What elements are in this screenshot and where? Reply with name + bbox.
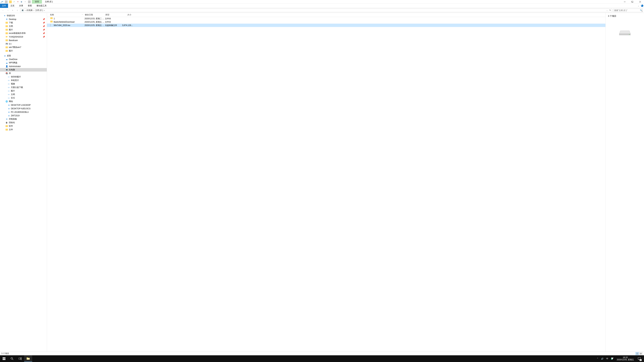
tree-label: DESKTOP-LSSOEDP bbox=[11, 104, 47, 106]
tree-qa-item[interactable]: 图片 bbox=[0, 49, 47, 53]
breadcrumb-item[interactable]: 此电脑 bbox=[26, 9, 33, 12]
close-button[interactable] bbox=[636, 0, 644, 4]
minimize-button[interactable] bbox=[621, 0, 628, 4]
volume-icon[interactable]: 🔊 bbox=[600, 355, 605, 362]
help-button[interactable]: ? bbox=[640, 4, 644, 7]
tree-extra-item[interactable]: 🗑 回收站 bbox=[0, 121, 47, 124]
col-type[interactable]: 类型 bbox=[105, 13, 122, 16]
tree-quick-access[interactable]: ★ 快速访问 bbox=[0, 14, 47, 17]
qat-new-folder-icon[interactable] bbox=[9, 0, 12, 3]
column-header[interactable]: 名称 ⌃ 修改日期 类型 大小 bbox=[47, 13, 606, 17]
tree-library-item[interactable]: ▭ 保存的图片 bbox=[0, 75, 47, 79]
drive-preview-icon bbox=[619, 29, 631, 36]
view-switcher bbox=[636, 352, 643, 355]
col-name[interactable]: 名称 ⌃ bbox=[47, 13, 84, 16]
qat-properties-icon[interactable]: ◉ bbox=[20, 0, 23, 3]
recent-dropdown[interactable]: ▾ bbox=[11, 9, 14, 11]
tray-chevron-icon[interactable]: ⌃ bbox=[595, 355, 600, 362]
tree-extra-item[interactable]: ⚙ 控制面板 bbox=[0, 117, 47, 121]
tree-desktop[interactable]: 🖥 桌面 bbox=[0, 54, 47, 57]
search-icon[interactable]: 🔍 bbox=[640, 9, 642, 11]
tree-extra-item[interactable]: 软件 bbox=[0, 124, 47, 128]
tree-qa-item[interactable]: Bandicam bbox=[0, 38, 47, 42]
tree-library-item[interactable]: ▭ 音乐 bbox=[0, 96, 47, 100]
view-icons-button[interactable] bbox=[639, 352, 643, 355]
tree-label: 音乐 bbox=[11, 96, 47, 99]
forward-button[interactable]: → bbox=[6, 9, 10, 11]
ime-indicator[interactable]: 中 bbox=[605, 355, 610, 362]
breadcrumb-sep: › bbox=[44, 9, 45, 11]
tree-qa-item[interactable]: 图片📌 bbox=[0, 28, 47, 31]
qat-dropdown-icon[interactable]: ▾ bbox=[24, 0, 26, 3]
history-dropdown-icon[interactable]: ⌄ bbox=[606, 9, 608, 11]
tree-library-item[interactable]: ▭ 本机照片 bbox=[0, 79, 47, 82]
tree-label: 此电脑 bbox=[9, 68, 47, 71]
tab-share[interactable]: 共享 bbox=[17, 4, 26, 8]
col-date[interactable]: 修改日期 bbox=[84, 13, 105, 16]
tab-view[interactable]: 查看 bbox=[26, 4, 34, 8]
notification-center[interactable]: 3 bbox=[636, 355, 643, 362]
address-bar: ← → ▾ ↑ 💻 › 此电脑 › 文档 (E:) › ⌄ ↻ 🔍 bbox=[0, 8, 644, 13]
navigation-tree[interactable]: ★ 快速访问 🖥 Desktop📌 下载📌 文档📌 图片📌 excel表格制作求… bbox=[0, 13, 47, 352]
file-row[interactable]: 1 2020/12/15, 星期二 1... 文件夹 bbox=[47, 17, 606, 20]
file-list[interactable]: 1 2020/12/15, 星期二 1... 文件夹 BaiduNetdiskD… bbox=[47, 17, 606, 352]
tree-library-item[interactable]: ▭ 文档 bbox=[0, 93, 47, 96]
tree-network-item[interactable]: 🖥 PC-20190530OBLA bbox=[0, 110, 47, 114]
ribbon-right: ⌄ ? bbox=[636, 4, 644, 7]
tree-network[interactable]: 🌐 网络 bbox=[0, 100, 47, 103]
tab-file[interactable]: 文件 bbox=[0, 4, 8, 8]
tree-label: DESKTOP-NJEU3CG bbox=[11, 107, 47, 110]
tree-desktop-item[interactable]: 📚 库 bbox=[0, 71, 47, 75]
search-box[interactable]: 🔍 bbox=[613, 8, 643, 12]
tree-library-item[interactable]: ▭ 视频 bbox=[0, 82, 47, 86]
tree-extra-item[interactable]: 文件 bbox=[0, 128, 47, 131]
col-size[interactable]: 大小 bbox=[122, 13, 132, 16]
breadcrumb-sep: › bbox=[24, 9, 26, 11]
tree-network-item[interactable]: 🖥 DESKTOP-LSSOEDP bbox=[0, 103, 47, 107]
tree-desktop-item[interactable]: 👤 Administrator bbox=[0, 64, 47, 68]
tree-qa-item[interactable]: 📁 YUNQISHI2019📌 bbox=[0, 35, 47, 38]
qat-close-icon[interactable]: ✕ bbox=[16, 0, 19, 3]
breadcrumb-item[interactable]: 文档 (E:) bbox=[35, 9, 44, 12]
tab-home[interactable]: 主页 bbox=[8, 4, 17, 8]
svg-rect-17 bbox=[3, 359, 4, 360]
search-button[interactable] bbox=[8, 355, 16, 362]
tree-network-item[interactable]: 🖥 DESKTOP-NJEU3CG bbox=[0, 107, 47, 110]
up-button[interactable]: ↑ bbox=[16, 9, 19, 11]
refresh-icon[interactable]: ↻ bbox=[609, 9, 612, 11]
tree-qa-item[interactable]: 💾 G:\ bbox=[0, 42, 47, 45]
tree-qa-item[interactable]: excel表格制作求和📌 bbox=[0, 31, 47, 35]
tree-library-item[interactable]: ▭ 天翼云盘下载 bbox=[0, 86, 47, 89]
tree-desktop-item[interactable]: ☁ WPS网盘 bbox=[0, 61, 47, 64]
context-tab-manage[interactable]: 管理 bbox=[32, 0, 42, 3]
task-view-button[interactable] bbox=[16, 355, 24, 362]
svg-rect-21 bbox=[19, 358, 20, 359]
breadcrumb[interactable]: 💻 › 此电脑 › 文档 (E:) › ⌄ ↻ bbox=[20, 8, 612, 12]
view-details-button[interactable] bbox=[636, 352, 639, 355]
ribbon-expand-icon[interactable]: ⌄ bbox=[636, 4, 640, 7]
search-input[interactable] bbox=[614, 9, 640, 11]
tree-desktop-item[interactable]: ☁ OneDrive bbox=[0, 57, 47, 61]
tree-qa-item[interactable]: 下载📌 bbox=[0, 21, 47, 24]
tab-drive-tools[interactable]: 驱动器工具 bbox=[34, 4, 49, 8]
tree-qa-item[interactable]: win7重装win7 bbox=[0, 45, 47, 49]
qat-check-icon[interactable]: ✓ bbox=[13, 0, 16, 3]
tree-label: 保存的图片 bbox=[11, 75, 47, 78]
explorer-taskbar-button[interactable] bbox=[24, 355, 32, 362]
back-button[interactable]: ← bbox=[1, 9, 5, 11]
file-row[interactable]: BaiduNetdiskDownload 2020/12/25, 星期五 1..… bbox=[47, 20, 606, 24]
tree-desktop-item[interactable]: 💻 此电脑 bbox=[0, 68, 47, 71]
show-desktop-button[interactable] bbox=[643, 355, 644, 362]
taskbar[interactable]: ⌃ 🔊 中 16:32 2020/12/25, 星期五 3 bbox=[0, 355, 644, 362]
security-icon[interactable] bbox=[610, 355, 615, 362]
clock[interactable]: 16:32 2020/12/25, 星期五 bbox=[615, 357, 636, 361]
maximize-button[interactable] bbox=[628, 0, 636, 4]
start-button[interactable] bbox=[0, 355, 8, 362]
tree-network-item[interactable]: 🖥 ZMT2019 bbox=[0, 114, 47, 117]
file-icon bbox=[50, 21, 53, 23]
tree-qa-item[interactable]: 文档📌 bbox=[0, 24, 47, 28]
pin-icon: 📌 bbox=[42, 22, 45, 24]
file-row[interactable]: Win7x64_2020.iso 2020/12/25, 星期五 1... 光盘… bbox=[47, 24, 606, 27]
tree-qa-item[interactable]: 🖥 Desktop📌 bbox=[0, 17, 47, 21]
tree-library-item[interactable]: ▭ 图片 bbox=[0, 89, 47, 93]
